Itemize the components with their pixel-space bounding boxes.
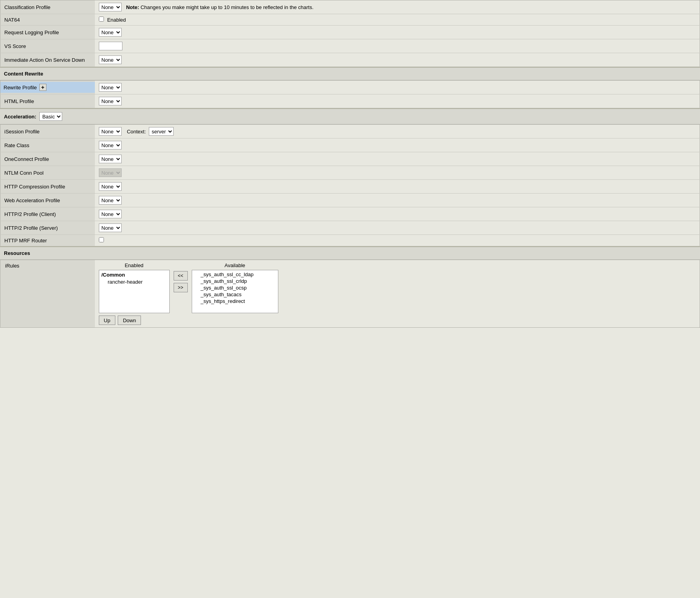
irules-enabled-item-0[interactable]: rancher-header (100, 279, 169, 285)
irules-available-item-3[interactable]: _sys_auth_tacacs (193, 291, 277, 298)
oneconnect-profile-label: OneConnect Profile (0, 152, 95, 166)
isession-profile-select[interactable]: None (99, 127, 122, 136)
oneconnect-profile-row: OneConnect Profile None (0, 152, 700, 166)
html-profile-select[interactable]: None (99, 97, 122, 105)
http2-server-select[interactable]: None (99, 223, 122, 232)
isession-profile-value-cell: None Context: server (95, 125, 700, 138)
irules-arrows: << >> (170, 271, 192, 292)
content-rewrite-table: Rewrite Profile + None HTML Profile None (0, 80, 700, 108)
vs-score-input[interactable]: 0 (99, 42, 122, 50)
irules-container: Enabled /Common rancher-header << >> (99, 262, 696, 313)
note-text: Changes you make might take up to 10 min… (141, 4, 313, 10)
irules-available-header: Available (200, 262, 270, 268)
nat64-row: NAT64 Enabled (0, 14, 700, 26)
http-compression-value-cell: None (95, 180, 700, 194)
nat64-value-cell: Enabled (95, 14, 700, 26)
http2-client-select[interactable]: None (99, 210, 122, 218)
classification-profile-label: Classification Profile (0, 0, 95, 14)
isession-profile-row: iSession Profile None Context: server (0, 125, 700, 138)
irules-down-button[interactable]: Down (118, 316, 141, 325)
oneconnect-profile-select[interactable]: None (99, 155, 122, 163)
irules-available-listbox[interactable]: _sys_auth_ssl_cc_ldap _sys_auth_ssl_crld… (192, 270, 278, 313)
rate-class-row: Rate Class None (0, 138, 700, 152)
rewrite-profile-label: Rewrite Profile (4, 85, 37, 90)
nat64-label: NAT64 (0, 14, 95, 26)
irules-enabled-header: Enabled (99, 262, 170, 268)
nat64-checkbox[interactable] (99, 17, 104, 22)
irules-move-right-button[interactable]: >> (174, 283, 188, 292)
web-acceleration-value-cell: None (95, 194, 700, 207)
vs-score-value-cell: 0 (95, 39, 700, 53)
classification-profile-note: Note: Changes you make might take up to … (126, 4, 313, 10)
irules-row: iRules Enabled /Common rancher-header (0, 260, 700, 328)
http-mrf-router-checkbox[interactable] (99, 237, 104, 242)
web-acceleration-row: Web Acceleration Profile None (0, 194, 700, 207)
oneconnect-profile-value-cell: None (95, 152, 700, 166)
http2-client-row: HTTP/2 Profile (Client) None (0, 207, 700, 221)
http-compression-select[interactable]: None (99, 182, 122, 191)
irules-enabled-listbox[interactable]: /Common rancher-header (99, 270, 170, 313)
rewrite-profile-add-button[interactable]: + (39, 84, 46, 91)
http-mrf-router-label: HTTP MRF Router (0, 235, 95, 246)
context-select[interactable]: server (149, 127, 174, 136)
rewrite-profile-label-cell: Rewrite Profile + (0, 81, 95, 94)
note-bold: Note: (126, 4, 139, 10)
request-logging-select[interactable]: None (99, 28, 122, 37)
irules-enabled-col: Enabled /Common rancher-header (99, 262, 170, 313)
vs-score-label: VS Score (0, 39, 95, 53)
content-rewrite-title: Content Rewrite (4, 71, 43, 77)
irules-value-cell: Enabled /Common rancher-header << >> (95, 260, 700, 328)
acceleration-header: Acceleration: Basic (0, 108, 700, 124)
classification-profile-row: Classification Profile None Note: Change… (0, 0, 700, 14)
irules-enabled-group: /Common (100, 271, 169, 279)
http2-client-label: HTTP/2 Profile (Client) (0, 207, 95, 221)
top-section-table: Classification Profile None Note: Change… (0, 0, 700, 67)
http2-server-row: HTTP/2 Profile (Server) None (0, 221, 700, 235)
ntlm-conn-pool-row: NTLM Conn Pool None (0, 166, 700, 180)
rewrite-profile-row: Rewrite Profile + None (0, 81, 700, 94)
rate-class-value-cell: None (95, 138, 700, 152)
vs-score-row: VS Score 0 (0, 39, 700, 53)
irules-available-item-0[interactable]: _sys_auth_ssl_cc_ldap (193, 271, 277, 278)
immediate-action-row: Immediate Action On Service Down None (0, 53, 700, 67)
acceleration-mode-select[interactable]: Basic (39, 112, 62, 121)
irules-available-col: Available _sys_auth_ssl_cc_ldap _sys_aut… (192, 262, 278, 313)
http-compression-row: HTTP Compression Profile None (0, 180, 700, 194)
html-profile-value-cell: None (95, 94, 700, 108)
irules-available-item-4[interactable]: _sys_https_redirect (193, 298, 277, 305)
http2-client-value-cell: None (95, 207, 700, 221)
http-compression-label: HTTP Compression Profile (0, 180, 95, 194)
rewrite-profile-label-container: Rewrite Profile + (0, 82, 95, 93)
http-mrf-router-row: HTTP MRF Router (0, 235, 700, 246)
irules-available-item-2[interactable]: _sys_auth_ssl_ocsp (193, 284, 277, 291)
resources-title: Resources (4, 250, 30, 256)
request-logging-label: Request Logging Profile (0, 26, 95, 39)
resources-table: iRules Enabled /Common rancher-header (0, 260, 700, 328)
web-acceleration-label: Web Acceleration Profile (0, 194, 95, 207)
web-acceleration-select[interactable]: None (99, 196, 122, 205)
acceleration-title: Acceleration: (4, 114, 36, 120)
html-profile-label: HTML Profile (0, 94, 95, 108)
rewrite-profile-select[interactable]: None (99, 83, 122, 92)
irules-move-btns: Up Down (99, 316, 696, 325)
context-label: Context: (127, 129, 146, 135)
http-mrf-router-value-cell (95, 235, 700, 246)
irules-label: iRules (0, 260, 95, 328)
isession-profile-label: iSession Profile (0, 125, 95, 138)
html-profile-row: HTML Profile None (0, 94, 700, 108)
rate-class-select[interactable]: None (99, 141, 122, 150)
ntlm-conn-pool-value-cell: None (95, 166, 700, 180)
ntlm-conn-pool-label: NTLM Conn Pool (0, 166, 95, 180)
irules-up-button[interactable]: Up (99, 316, 116, 325)
irules-move-left-button[interactable]: << (174, 271, 188, 281)
rewrite-profile-value-cell: None (95, 81, 700, 94)
content-rewrite-header: Content Rewrite (0, 67, 700, 80)
rate-class-label: Rate Class (0, 138, 95, 152)
immediate-action-select[interactable]: None (99, 55, 122, 64)
immediate-action-label: Immediate Action On Service Down (0, 53, 95, 67)
classification-profile-select[interactable]: None (99, 3, 122, 11)
ntlm-conn-pool-select[interactable]: None (99, 168, 122, 177)
nat64-checkbox-label: Enabled (107, 17, 126, 23)
http2-server-value-cell: None (95, 221, 700, 235)
irules-available-item-1[interactable]: _sys_auth_ssl_crldp (193, 278, 277, 284)
